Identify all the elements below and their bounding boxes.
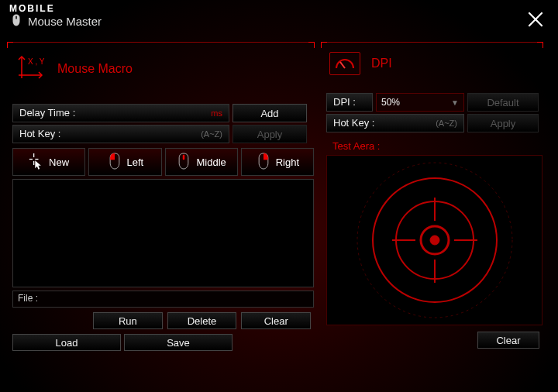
run-button[interactable]: Run	[93, 312, 163, 329]
macro-clear-button[interactable]: Clear	[241, 312, 311, 329]
add-button[interactable]: Add	[232, 104, 307, 122]
macro-apply-button[interactable]: Apply	[232, 125, 307, 143]
xy-axes-icon: X , Y	[16, 52, 46, 86]
mouse-icon	[9, 13, 23, 29]
file-label: File :	[18, 293, 38, 304]
tab-new[interactable]: New	[12, 148, 85, 176]
default-button[interactable]: Default	[467, 93, 539, 112]
tab-middle[interactable]: Middle	[165, 148, 238, 176]
tab-left[interactable]: Left	[88, 148, 161, 176]
macro-panel-title: Mouse Macro	[57, 62, 133, 76]
dpi-panel-title: DPI	[371, 57, 392, 70]
save-button[interactable]: Save	[124, 334, 232, 351]
svg-rect-9	[183, 154, 185, 160]
dpi-hotkey-label: Hot Key :	[333, 115, 374, 132]
chevron-down-icon: ▼	[451, 98, 459, 107]
dpi-dropdown[interactable]: 50% ▼	[376, 93, 464, 112]
dpi-hotkey-hint: (A~Z)	[436, 115, 457, 132]
svg-text:X , Y: X , Y	[28, 57, 45, 66]
svg-point-14	[430, 236, 439, 245]
svg-line-10	[340, 62, 345, 68]
macro-list-box[interactable]	[12, 179, 314, 287]
delete-button[interactable]: Delete	[167, 312, 237, 329]
macro-hotkey-hint: (A~Z)	[201, 126, 222, 143]
mouse-right-icon	[256, 151, 271, 174]
dpi-value: 50%	[381, 97, 400, 108]
delay-time-field[interactable]: Delay Time : ms	[12, 104, 229, 122]
crosshair-icon	[350, 155, 520, 325]
mouse-macro-panel: X , Y Mouse Macro Delay Time : ms Add Ho…	[8, 42, 314, 351]
dpi-panel: DPI DPI : 50% ▼ Default Hot Key : (A~Z) …	[322, 42, 542, 351]
app-title: Mouse Master	[28, 15, 102, 27]
mouse-middle-icon	[176, 151, 191, 174]
macro-hotkey-field[interactable]: Hot Key : (A~Z)	[12, 125, 229, 143]
delay-time-label: Delay Time :	[19, 105, 75, 122]
file-field[interactable]: File :	[12, 291, 314, 308]
close-button[interactable]	[525, 9, 546, 33]
tab-right[interactable]: Right	[241, 148, 314, 176]
app-header: MOBILE Mouse Master	[0, 0, 558, 33]
dpi-hotkey-field[interactable]: Hot Key : (A~Z)	[326, 114, 464, 132]
delay-unit: ms	[211, 105, 222, 122]
brand-text: MOBILE	[9, 4, 102, 13]
dpi-label: DPI :	[326, 93, 373, 112]
mouse-left-icon	[107, 151, 122, 174]
dpi-test-area[interactable]	[326, 155, 542, 325]
dpi-clear-button[interactable]: Clear	[477, 332, 539, 349]
macro-hotkey-label: Hot Key :	[19, 126, 60, 143]
gauge-icon	[329, 52, 360, 75]
load-button[interactable]: Load	[12, 334, 121, 351]
cursor-icon	[29, 151, 44, 174]
dpi-apply-button[interactable]: Apply	[467, 114, 539, 132]
test-area-label: Test Aera :	[332, 140, 542, 152]
logo-block: MOBILE Mouse Master	[9, 4, 102, 29]
